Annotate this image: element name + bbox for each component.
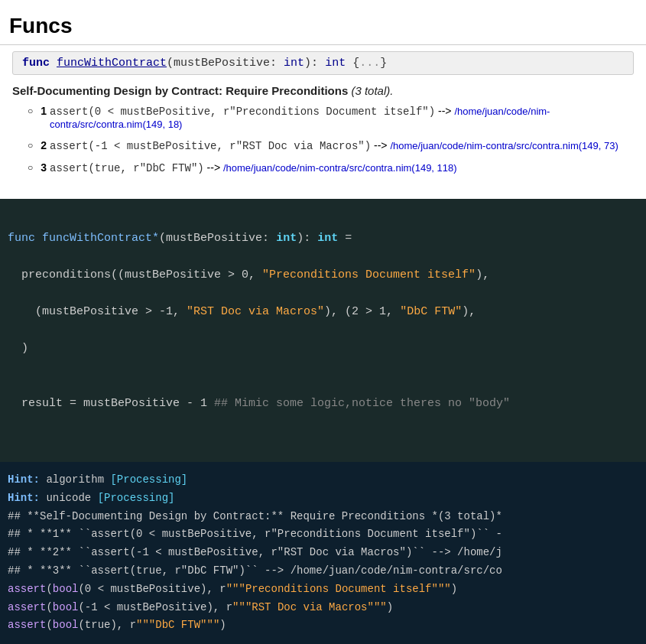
inline-comment: ## Mimic some logic,notice theres no "bo… — [214, 397, 510, 410]
assert-fn-1: assert — [8, 583, 46, 595]
hint-str-1: """Preconditions Document itself""" — [226, 583, 451, 595]
func-kw: func — [8, 232, 35, 245]
brace-close: } — [380, 57, 387, 70]
hint-line-3: ## **Self-Documenting Design by Contract… — [8, 508, 638, 526]
hint-str-3: """DbC FTW""" — [136, 619, 219, 631]
item-num-2: 2 — [41, 139, 47, 151]
doc-panel: func funcWithContract(mustBePositive: in… — [0, 45, 646, 199]
top-section: Funcs func funcWithContract(mustBePositi… — [0, 0, 646, 199]
item-arrow-1: --> — [438, 105, 454, 117]
list-item: 3 assert(true, r"DbC FTW") --> /home/jua… — [28, 161, 634, 174]
hint-line-1: Hint: algorithm [Processing] — [8, 471, 638, 490]
hint-line-7: assert(bool(0 < mustBePositive), r"""Pre… — [8, 581, 638, 599]
hint-tag-2: [Processing] — [98, 492, 175, 504]
code-line-1: func funcWithContract*(mustBePositive: i… — [8, 229, 638, 248]
hint-kw-2: Hint: — [8, 492, 40, 504]
result-stmt: result = mustBePositive - 1 — [21, 397, 214, 410]
hint-line-4: ## * **1** ``assert(0 < mustBePositive, … — [8, 525, 638, 544]
code-line-6: result = mustBePositive - 1 ## Mimic som… — [8, 395, 638, 413]
param-name: mustBePositive — [166, 232, 262, 245]
paren-3: ), — [462, 305, 476, 318]
item-link-3[interactable]: /home/juan/code/nim-contra/src/contra.ni… — [223, 162, 457, 174]
close-paren: ) — [21, 342, 28, 355]
ellipsis: ... — [359, 57, 380, 70]
doc-heading-bold: Self-Documenting Design by Contract: — [12, 84, 222, 97]
param-type: int — [284, 57, 304, 70]
hint-line-8: assert(bool(-1 < mustBePositive), r"""RS… — [8, 599, 638, 617]
str-2: "RST Doc via Macros" — [187, 305, 324, 318]
hint-kw-1: Hint: — [8, 473, 40, 486]
code-line-3: (mustBePositive > -1, "RST Doc via Macro… — [8, 303, 638, 321]
doc-heading: Self-Documenting Design by Contract: Req… — [12, 84, 634, 97]
func-name-code: funcWithContract* — [42, 232, 159, 245]
item-arrow-3: --> — [207, 161, 223, 174]
type-int-1: int — [276, 232, 297, 245]
item-code-3: assert(true, r"DbC FTW") — [50, 162, 204, 174]
function-signature: func funcWithContract(mustBePositive: in… — [12, 51, 634, 75]
hint-section: Hint: algorithm [Processing] Hint: unico… — [0, 462, 646, 644]
code-line-2: preconditions((mustBePositive > 0, "Prec… — [8, 266, 638, 285]
item-num-1: 1 — [41, 105, 47, 117]
func-name: funcWithContract — [57, 57, 167, 70]
type-int-2: int — [317, 232, 338, 245]
assert-fn-3: assert — [8, 619, 46, 631]
page-title: Funcs — [0, 8, 646, 45]
doc-list: 1 assert(0 < mustBePositive, r"Precondit… — [12, 105, 634, 174]
bool-fn-3: bool — [53, 619, 79, 631]
item-link-2[interactable]: /home/juan/code/nim-contra/src/contra.ni… — [390, 140, 618, 151]
str-3: "DbC FTW" — [400, 305, 462, 318]
hint-line-6: ## * **3** ``assert(true, r"DbC FTW")`` … — [8, 562, 638, 581]
paren-1: ), — [476, 268, 489, 281]
doc-heading-italic: (3 total). — [351, 84, 393, 97]
list-item: 1 assert(0 < mustBePositive, r"Precondit… — [28, 105, 634, 130]
bool-fn-1: bool — [53, 583, 79, 595]
item-code-2: assert(-1 < mustBePositive, r"RST Doc vi… — [50, 140, 371, 152]
bool-fn-2: bool — [53, 601, 79, 613]
return-type: int — [325, 57, 346, 70]
hint-line-9: assert(bool(true), r"""DbC FTW""") — [8, 616, 638, 635]
func-params: (mustBePositive: — [167, 57, 284, 70]
cond-2: (mustBePositive > -1, — [35, 305, 187, 318]
assert-fn-2: assert — [8, 601, 46, 613]
hint-tag-1: [Processing] — [110, 473, 187, 486]
hint-line-5: ## * **2** ``assert(-1 < mustBePositive,… — [8, 544, 638, 562]
hint-str-2: """RST Doc via Macros""" — [232, 601, 387, 613]
code-line-4: ) — [8, 340, 638, 358]
preconditions-call: preconditions((mustBePositive > 0, — [21, 268, 262, 281]
code-section: func funcWithContract*(mustBePositive: i… — [0, 199, 646, 462]
item-num-3: 3 — [41, 161, 47, 174]
brace-open: { — [346, 57, 359, 70]
paren-2: ), (2 > 1, — [324, 305, 400, 318]
str-1: "Preconditions Document itself" — [262, 268, 476, 281]
list-item: 2 assert(-1 < mustBePositive, r"RST Doc … — [28, 139, 634, 152]
doc-heading-rest: Require Preconditions — [222, 84, 351, 97]
code-block: func funcWithContract*(mustBePositive: i… — [0, 207, 646, 454]
func-keyword: func — [22, 57, 50, 70]
item-arrow-2: --> — [374, 139, 390, 151]
hint-line-2: Hint: unicode [Processing] — [8, 490, 638, 508]
func-return: ): — [304, 57, 325, 70]
item-code-1: assert(0 < mustBePositive, r"Preconditio… — [50, 106, 435, 118]
